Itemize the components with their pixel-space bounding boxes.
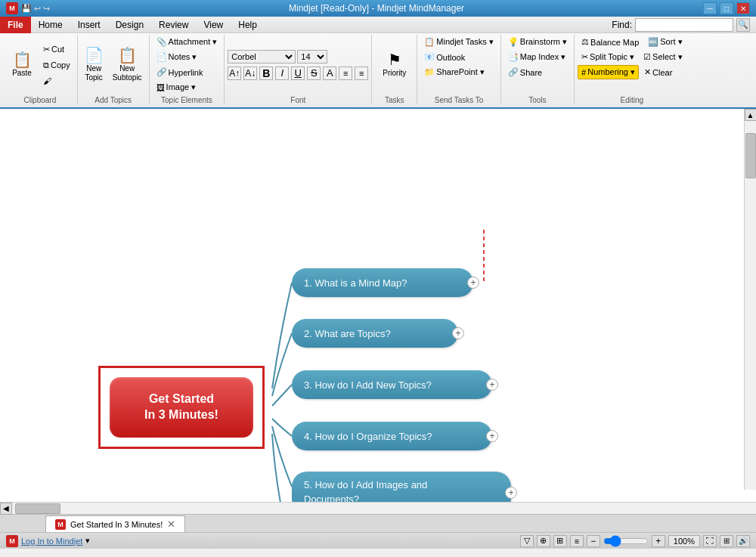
font-color-button[interactable]: A: [323, 67, 336, 80]
font-grow-button[interactable]: A↑: [228, 67, 241, 80]
design-menu[interactable]: Design: [108, 17, 151, 33]
zoom-slider[interactable]: [603, 535, 649, 547]
topic-3[interactable]: 3. How do I Add New Topics? +: [292, 370, 492, 399]
font-group: Corbel 14 A↑ A↓ B I U S A ≡ ≡: [225, 35, 372, 104]
fit-icon[interactable]: ⊕: [537, 535, 550, 547]
review-menu[interactable]: Review: [151, 17, 196, 33]
priority-icon: ⚑: [388, 52, 401, 67]
doc-tab-icon: M: [55, 519, 66, 530]
insert-menu[interactable]: Insert: [70, 17, 108, 33]
list-icon[interactable]: ≡: [570, 535, 584, 547]
topic-4-expand[interactable]: +: [486, 430, 498, 442]
add-topics-label: Add Topics: [81, 96, 146, 104]
mindjet-tasks-button[interactable]: 📋 Mindjet Tasks ▾: [420, 35, 497, 49]
select-icon: ☑: [643, 52, 651, 62]
topic-2[interactable]: 2. What are Topics? +: [292, 319, 458, 348]
outlook-button[interactable]: 📧 Outlook: [420, 50, 469, 64]
outlook-icon: 📧: [424, 52, 435, 62]
notes-button[interactable]: 📄 Notes ▾: [153, 50, 201, 64]
copy-button[interactable]: ⧉ Copy: [39, 58, 74, 73]
clipboard-label: Clipboard: [6, 96, 74, 104]
zoom-plus-button[interactable]: +: [652, 535, 665, 547]
central-topic-inner: Get Started In 3 Minutes!: [110, 377, 253, 438]
font-family-select[interactable]: Corbel: [228, 50, 296, 63]
strikethrough-button[interactable]: S: [307, 67, 321, 80]
topic-5[interactable]: 5. How do I Add Images andDocuments? +: [292, 472, 511, 502]
minimize-button[interactable]: ─: [703, 2, 717, 14]
topic-1-expand[interactable]: +: [467, 277, 479, 289]
brainstorm-button[interactable]: 💡 Brainstorm ▾: [504, 35, 571, 49]
topic-2-expand[interactable]: +: [452, 327, 464, 339]
image-button[interactable]: 🖼 Image ▾: [153, 80, 200, 94]
login-dropdown-icon[interactable]: ▾: [85, 536, 90, 546]
login-link[interactable]: Log In to Mindjet: [21, 537, 82, 546]
vertical-scrollbar[interactable]: ▲: [744, 109, 756, 490]
clear-icon: ✕: [644, 67, 651, 77]
tasks-label: Tasks: [375, 96, 414, 104]
scroll-thumb-h[interactable]: [15, 503, 60, 514]
clear-button[interactable]: ✕ Clear: [640, 65, 676, 79]
scroll-thumb-v[interactable]: [745, 133, 756, 178]
new-topic-button[interactable]: 📄 NewTopic: [81, 45, 107, 85]
hyperlink-button[interactable]: 🔗 Hyperlink: [153, 65, 207, 79]
font-shrink-button[interactable]: A↓: [243, 67, 257, 80]
file-menu[interactable]: File: [0, 17, 31, 33]
split-topic-icon: ✂: [581, 52, 588, 62]
paste-button[interactable]: 📋 Paste: [6, 50, 38, 80]
view-menu[interactable]: View: [196, 17, 231, 33]
find-input[interactable]: [635, 18, 733, 32]
doc-tab-close[interactable]: ✕: [167, 518, 175, 530]
help-menu[interactable]: Help: [231, 17, 265, 33]
format-painter-button[interactable]: 🖌: [39, 74, 74, 88]
cut-button[interactable]: ✂ Cut: [39, 42, 74, 57]
maximize-button[interactable]: □: [720, 2, 733, 14]
doc-tab[interactable]: M Get Started In 3 Minutes! ✕: [45, 515, 185, 532]
horizontal-scrollbar[interactable]: ◀: [0, 502, 756, 514]
topic-1[interactable]: 1. What is a Mind Map? +: [292, 268, 473, 297]
filter-icon[interactable]: ▽: [520, 535, 534, 547]
select-button[interactable]: ☑ Select ▾: [640, 50, 686, 64]
window-title: Mindjet [Read-Only] - Mindjet MindManage…: [50, 3, 703, 14]
find-label: Find:: [612, 20, 632, 30]
canvas-area[interactable]: Get Started In 3 Minutes! 1. What is a M…: [0, 109, 756, 502]
italic-button[interactable]: I: [275, 67, 289, 80]
scroll-left-button[interactable]: ◀: [0, 503, 12, 515]
full-screen-button[interactable]: ⛶: [703, 535, 717, 547]
bold-button[interactable]: B: [259, 67, 273, 80]
speaker-icon[interactable]: 🔊: [736, 535, 750, 547]
numbering-button[interactable]: # Numbering ▾: [578, 65, 639, 79]
split-topic-button[interactable]: ✂ Split Topic ▾: [578, 50, 638, 64]
map-index-button[interactable]: 📑 Map Index ▾: [504, 50, 569, 64]
home-menu[interactable]: Home: [31, 17, 70, 33]
underline-button[interactable]: U: [291, 67, 305, 80]
topic-3-expand[interactable]: +: [486, 379, 498, 391]
grid-icon[interactable]: ⊞: [553, 535, 567, 547]
quick-access-toolbar: 💾 ↩ ↪: [21, 4, 50, 14]
find-search-button[interactable]: 🔍: [736, 18, 750, 32]
central-topic[interactable]: Get Started In 3 Minutes!: [98, 366, 265, 449]
sort-button[interactable]: 🔤 Sort ▾: [644, 35, 686, 49]
sort-icon: 🔤: [648, 37, 658, 47]
zoom-minus-button[interactable]: −: [587, 535, 600, 547]
login-icon[interactable]: M: [6, 535, 18, 547]
sharepoint-button[interactable]: 📁 SharePoint ▾: [420, 65, 488, 79]
attachment-button[interactable]: 📎 Attachment ▾: [153, 35, 222, 49]
sharepoint-icon: 📁: [424, 67, 435, 77]
editing-group: ⚖ Balance Map 🔤 Sort ▾ ✂ Split Topic ▾ ☑…: [575, 35, 689, 104]
view-options-button[interactable]: ⊞: [720, 535, 733, 547]
align-left-button[interactable]: ≡: [339, 67, 352, 80]
font-size-select[interactable]: 14: [297, 50, 327, 63]
priority-button[interactable]: ⚑ Priority: [379, 50, 410, 80]
balance-map-button[interactable]: ⚖ Balance Map: [578, 35, 643, 49]
topic-5-expand[interactable]: +: [505, 487, 517, 499]
clipboard-group: 📋 Paste ✂ Cut ⧉ Copy 🖌 Clipboard: [3, 35, 78, 104]
close-button[interactable]: ✕: [736, 2, 750, 14]
new-subtopic-button[interactable]: 📋 NewSubtopic: [109, 45, 146, 85]
scroll-up-button[interactable]: ▲: [745, 109, 757, 121]
zoom-display: 100%: [668, 535, 700, 547]
share-button[interactable]: 🔗 Share: [504, 65, 546, 79]
title-bar: M 💾 ↩ ↪ Mindjet [Read-Only] - Mindjet Mi…: [0, 0, 756, 17]
topic-elements-label: Topic Elements: [153, 96, 222, 104]
topic-4[interactable]: 4. How do I Organize Topics? +: [292, 422, 492, 450]
align-center-button[interactable]: ≡: [355, 67, 368, 80]
